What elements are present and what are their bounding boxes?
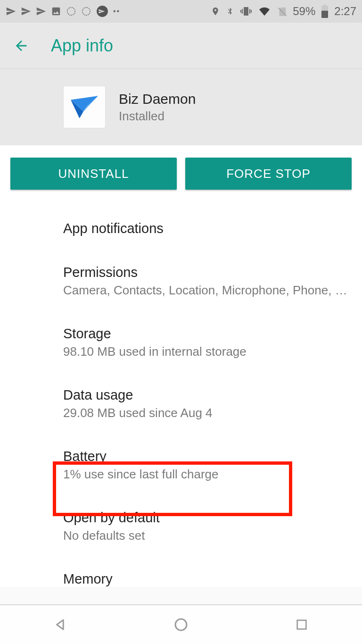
vibrate-icon [240,6,252,17]
bluetooth-icon [226,5,234,17]
location-icon [211,6,220,17]
action-buttons: UNINSTALL FORCE STOP [0,145,362,202]
circle-home-icon [173,617,189,632]
row-title: Permissions [63,265,351,280]
row-storage[interactable]: Storage 98.10 MB used in internal storag… [63,312,351,373]
app-bar: App info [0,23,362,69]
no-sim-icon [277,5,287,17]
svg-rect-5 [321,11,328,18]
row-subtitle: 98.10 MB used in internal storage [63,344,351,359]
notif-send-icon [36,6,46,17]
force-stop-button[interactable]: FORCE STOP [185,158,352,190]
wifi-icon [258,6,271,17]
status-left-icons: •• [6,5,120,17]
row-title: App notifications [63,221,351,236]
row-memory[interactable]: Memory [63,557,351,587]
notif-circle-icon [81,6,91,17]
row-permissions[interactable]: Permissions Camera, Contacts, Location, … [63,251,351,312]
notif-app-icon [96,5,108,17]
row-battery[interactable]: Battery 1% use since last full charge [63,435,351,496]
nav-recents-button[interactable] [292,615,311,634]
row-title: Data usage [63,387,351,403]
square-recents-icon [295,618,308,631]
paper-plane-icon [70,95,99,119]
notif-circle-icon [66,6,76,17]
row-subtitle: No defaults set [63,528,351,543]
row-open-by-default[interactable]: Open by default No defaults set [63,496,351,557]
row-title: Memory [63,571,351,587]
svg-point-6 [175,619,187,630]
svg-rect-4 [323,5,327,7]
row-title: Storage [63,326,351,342]
row-app-notifications[interactable]: App notifications [63,207,351,251]
svg-point-0 [67,8,75,16]
settings-list: App notifications Permissions Camera, Co… [0,202,362,587]
app-icon [63,86,106,128]
notif-image-icon [51,6,61,17]
row-subtitle: 29.08 MB used since Aug 4 [63,406,351,420]
row-data-usage[interactable]: Data usage 29.08 MB used since Aug 4 [63,373,351,435]
navigation-bar [0,605,362,644]
app-header: Biz Daemon Installed [0,69,362,145]
svg-point-2 [97,6,108,17]
row-subtitle: Camera, Contacts, Location, Microphone, … [63,283,351,298]
uninstall-button[interactable]: UNINSTALL [10,158,177,190]
battery-icon [321,5,329,18]
notif-send-icon [21,6,31,17]
arrow-back-icon [13,38,29,54]
battery-percent: 59% [293,5,315,18]
nav-home-button[interactable] [172,615,190,634]
notif-send-icon [6,6,16,17]
app-name: Biz Daemon [119,91,196,107]
page-title: App info [51,36,113,56]
back-button[interactable] [11,36,31,56]
row-subtitle: 1% use since last full charge [63,467,351,482]
clock: 2:27 [334,5,356,18]
row-title: Open by default [63,510,351,526]
nav-back-button[interactable] [51,615,70,634]
status-bar: •• 59% 2:27 [0,0,362,23]
svg-rect-7 [297,620,306,629]
triangle-back-icon [53,618,67,632]
row-title: Battery [63,449,351,464]
svg-point-1 [82,8,90,16]
app-install-state: Installed [119,109,196,124]
notif-more-icon: •• [113,7,120,16]
status-right-icons: 59% 2:27 [211,5,356,18]
